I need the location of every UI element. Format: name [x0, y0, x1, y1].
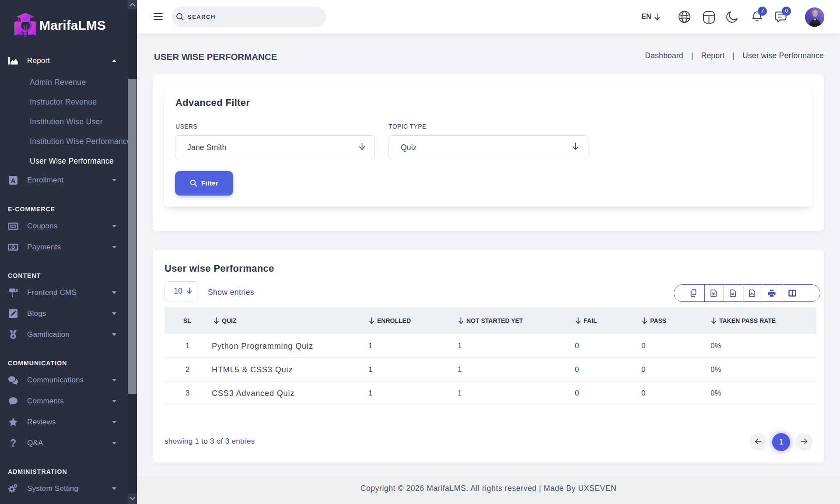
svg-text:?: ?: [10, 438, 17, 448]
svg-text:A: A: [11, 177, 16, 184]
